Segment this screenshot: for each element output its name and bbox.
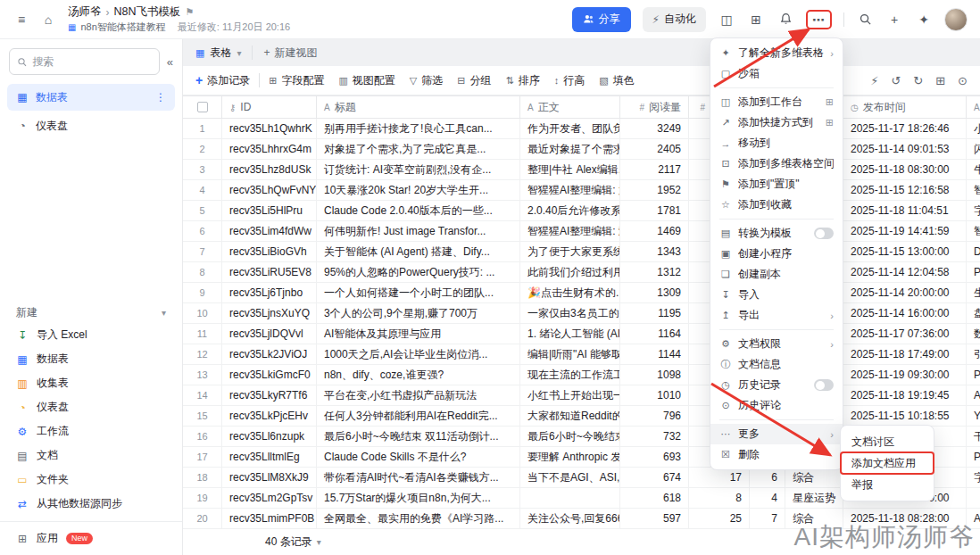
table-row[interactable]: 1recv35Lh1QwhrK别再用手搓计接龙了!良心工具can...作为开发者…	[183, 119, 980, 139]
menu-item-history-comments[interactable]: ⊙历史评论	[710, 395, 843, 416]
table-row[interactable]: 10recv35LjnsXuYQ3个人的公司,9个星期,赚了700万一家仅由3名…	[183, 303, 980, 324]
sidebar-new-form[interactable]: ▥收集表	[0, 371, 182, 395]
sort-button[interactable]: ⇅排序	[506, 73, 540, 88]
table-row[interactable]: 5recv35Li5HlPruClaude Code 2.0.40版本后的一些.…	[183, 201, 980, 221]
pin-icon[interactable]: ⚑	[186, 6, 195, 18]
view-config-button[interactable]: ▥视图配置	[338, 73, 394, 88]
breadcrumb-doc[interactable]: N8N飞书模板	[114, 4, 181, 20]
menu-item-add-to-workbench[interactable]: ◫添加到工作台⊞	[710, 92, 843, 112]
table-row[interactable]: 6recv35Lim4fdWw何伟明新作! Just image Transfo…	[183, 221, 980, 242]
column-header-published[interactable]: ◷发布时间	[843, 96, 967, 118]
menu-item-doc-info[interactable]: ⓘ文档信息	[710, 354, 843, 375]
table-row[interactable]: 14recv35LkyR7Tf6平台在变,小红书虚拟产品新玩法小红书上开始出现一…	[183, 385, 980, 406]
sidebar-toggle-icon[interactable]: ≡	[12, 11, 30, 29]
column-label: 发布时间	[863, 100, 906, 115]
sidebar-new-folder[interactable]: ▭文件夹	[0, 468, 182, 492]
menu-item-history[interactable]: ◷历史记录	[710, 375, 843, 395]
automation-icon[interactable]: ⚡	[870, 74, 878, 87]
undo-icon[interactable]: ↺	[891, 74, 901, 87]
breadcrumb-root[interactable]: 汤师爷	[68, 4, 102, 20]
column-header-title[interactable]: A标题	[317, 96, 520, 118]
menu-divider	[719, 329, 834, 330]
collapse-sidebar-icon[interactable]: «	[167, 55, 173, 69]
new-view-button[interactable]: + 新建视图	[263, 46, 317, 61]
menu-item-add-to-pinned[interactable]: ⚑添加到"置顶"	[710, 174, 843, 195]
home-icon[interactable]: ⌂	[39, 11, 57, 29]
sidebar-item-dashboards[interactable]: ◔仪表盘	[7, 112, 175, 139]
table-row[interactable]: 13recv35LkiGmcF0n8n、dify、coze,谁更强?现在主流的工…	[183, 365, 980, 385]
menu-item-doc-permissions[interactable]: ⚙文档权限›	[710, 334, 843, 354]
notification-bell-icon[interactable]	[777, 11, 794, 29]
column-header-id[interactable]: ⚷ID	[222, 96, 317, 118]
field-config-button[interactable]: ⊞字段配置	[269, 73, 324, 88]
table-row[interactable]: 3recv35Lhz8dUSk订货统计: AI变革空前剧烈,没有企...整理|牛…	[183, 160, 980, 180]
menu-item-more[interactable]: ⋯更多›	[710, 424, 843, 444]
sidebar-item-datasheets[interactable]: ▦数据表⋮	[7, 84, 175, 111]
group-button[interactable]: ⊟分组	[457, 73, 491, 88]
tab-grid-view[interactable]: ▦ 表格 ▾	[195, 46, 241, 61]
table-row[interactable]: 8recv35LiRU5EV895%的人忽略的PowerQuery技巧: ...…	[183, 262, 980, 283]
cell-tail: 字	[967, 468, 980, 487]
sidebar-new-doc[interactable]: ▤文档	[0, 443, 182, 468]
toggle-switch-off[interactable]	[814, 379, 834, 391]
toggle-switch-off[interactable]	[814, 228, 834, 239]
menu-item-move-to[interactable]: →移动到	[710, 133, 843, 153]
more-vertical-icon[interactable]: ⋮	[155, 91, 166, 104]
menu-item-learn-new-bitable[interactable]: ✦了解全新多维表格›	[710, 43, 843, 63]
search-input[interactable]	[9, 48, 160, 75]
form-icon[interactable]: ◫	[718, 11, 735, 29]
cell-reads: 1469	[620, 221, 689, 241]
sidebar-new-import-excel[interactable]: ↧导入 Excel	[0, 323, 182, 347]
select-all-checkbox[interactable]	[197, 102, 208, 112]
fill-color-button[interactable]: ▧填色	[599, 73, 634, 88]
redo-icon[interactable]: ↻	[913, 74, 923, 87]
submenu-item-add-doc-app[interactable]: 添加文档应用	[841, 452, 934, 474]
table-row[interactable]: 2recv35LhhrxG4m对象提了个需求,为了完成它真是...最近对象提了个…	[183, 139, 980, 160]
extensions-icon[interactable]: ⊞	[935, 74, 945, 87]
avatar[interactable]	[944, 8, 968, 31]
column-header-num[interactable]	[183, 96, 222, 118]
submenu-item-report[interactable]: 举报	[841, 474, 934, 495]
share-button[interactable]: 分享	[572, 7, 631, 32]
automation-button[interactable]: ⚡ 自动化	[643, 7, 706, 32]
table-row[interactable]: 9recv35Lj6Tjnbo一个人如何搭建一个小时工的团队...🎉点击生财有术…	[183, 283, 980, 303]
cell-published: 2025-11-14 09:01:53	[843, 139, 967, 159]
menu-item-sandbox[interactable]: ▢沙箱	[710, 63, 843, 84]
table-row[interactable]: 15recv35LkPjcEHv任何人3分钟都能利用AI在Reddit完...大…	[183, 406, 980, 427]
ai-sparkle-icon[interactable]: ✦	[915, 11, 933, 29]
table-row[interactable]: 4recv35LhQwFvNY10天暴涨20k Star! 20岁大学生开...…	[183, 180, 980, 201]
search-icon[interactable]	[856, 11, 874, 29]
sidebar-new-workflow[interactable]: ⚙工作流	[0, 419, 182, 443]
submenu-item-doc-discussion[interactable]: 文档讨区	[841, 431, 934, 452]
filter-button[interactable]: ▽筛选	[410, 73, 443, 88]
record-count[interactable]: 40 条记录	[265, 534, 312, 550]
menu-item-add-shortcut-to[interactable]: ↗添加快捷方式到⊞	[710, 112, 843, 133]
table-row[interactable]: 7recv35LiBioGVh关于智能体 (AI Agent) 搭建、Dify.…	[183, 242, 980, 262]
comment-icon[interactable]: ⊙	[958, 74, 968, 87]
more-menu-button[interactable]: ⋯	[806, 10, 832, 29]
column-header-tail[interactable]: A	[967, 96, 980, 118]
menu-item-duplicate[interactable]: ❏创建副本	[710, 264, 843, 285]
menu-item-import[interactable]: ↧导入	[710, 285, 843, 305]
menu-item-add-to-base-space[interactable]: ⊡添加到多维表格空间	[710, 153, 843, 174]
menu-item-create-mini-app[interactable]: ▣创建小程序	[710, 244, 843, 264]
sidebar-item-apps[interactable]: ⊞ 应用 New	[0, 521, 182, 555]
row-height-button[interactable]: ↕行高	[554, 73, 586, 88]
column-header-body[interactable]: A正文	[520, 96, 620, 118]
table-row[interactable]: 12recv35Lk2JViOJ1000天之后,AI会让毕业生岗位消...编辑|…	[183, 344, 980, 365]
add-record-button[interactable]: + 添加记录	[195, 73, 250, 88]
sidebar-new-dashboard[interactable]: ◔仪表盘	[0, 395, 182, 419]
widget-icon[interactable]: ⊞	[747, 11, 765, 29]
add-icon[interactable]: +	[885, 11, 903, 29]
sidebar-new-datasheet[interactable]: ▦数据表	[0, 347, 182, 371]
column-header-reads[interactable]: #阅读量	[620, 96, 689, 118]
menu-item-export[interactable]: ↥导出›	[710, 305, 843, 326]
search-field[interactable]	[32, 55, 151, 68]
menu-item-convert-to-template[interactable]: ▤转换为模板	[710, 223, 843, 244]
new-section-header[interactable]: 新建 ▾	[0, 302, 182, 323]
sidebar-new-sync-source[interactable]: ⇄从其他数据源同步	[0, 492, 182, 516]
menu-item-delete[interactable]: ☒删除	[710, 444, 843, 465]
menu-item-add-to-favorites[interactable]: ☆添加到收藏	[710, 195, 843, 215]
table-row[interactable]: 11recv35LjlDQVvlAI智能体及其原理与应用1. 绪论人工智能 (A…	[183, 324, 980, 344]
sidebar-item-label: 导入 Excel	[37, 327, 166, 343]
